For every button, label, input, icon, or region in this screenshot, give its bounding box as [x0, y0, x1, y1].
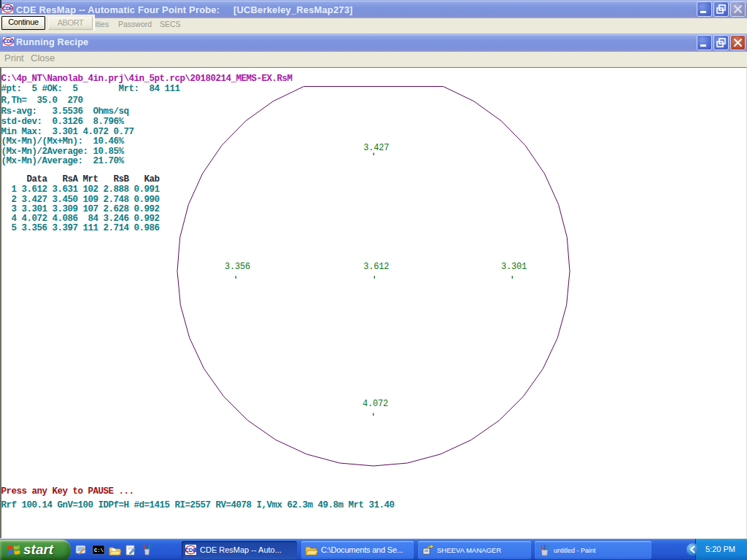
svg-text:CDE: CDE	[4, 39, 14, 44]
svg-text:CDE: CDE	[185, 547, 196, 553]
svg-text:CDE: CDE	[3, 6, 13, 11]
svg-text:4.072: 4.072	[363, 399, 388, 409]
svg-text:3.427: 3.427	[363, 143, 389, 153]
svg-text:3.356: 3.356	[225, 262, 250, 272]
svg-text:C:\: C:\	[94, 548, 104, 553]
svg-text:3.612: 3.612	[363, 262, 389, 272]
svg-text:3.301: 3.301	[501, 262, 527, 272]
